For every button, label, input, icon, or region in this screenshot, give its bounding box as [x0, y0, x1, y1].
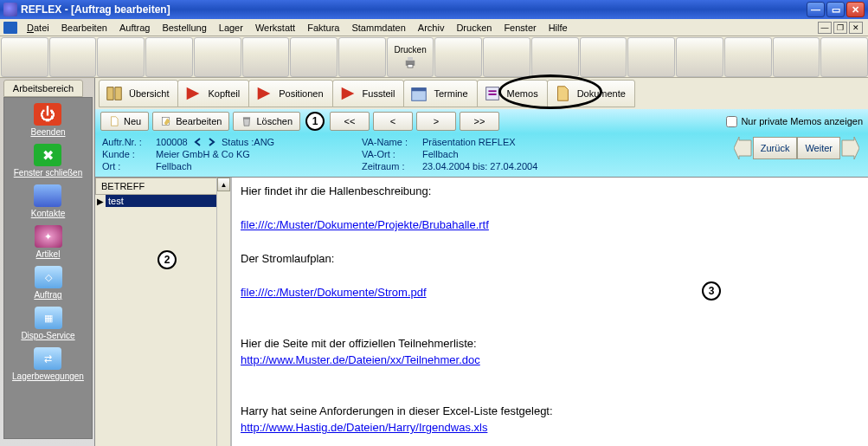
- tab-fussteil[interactable]: Fussteil: [332, 80, 405, 107]
- tab-kopfteil[interactable]: Kopfteil: [177, 80, 249, 107]
- menu-hilfe[interactable]: Hilfe: [543, 21, 574, 35]
- tab-uebersicht[interactable]: Übersicht: [99, 80, 178, 107]
- chevron-left-icon[interactable]: [193, 137, 203, 147]
- sidebar-tab[interactable]: Arbeitsbereich: [3, 80, 83, 97]
- menu-faktura[interactable]: Faktura: [301, 21, 345, 35]
- menu-archiv[interactable]: Archiv: [412, 21, 451, 35]
- toolbtn-18[interactable]: [820, 37, 868, 77]
- toolbtn-3[interactable]: [97, 37, 145, 77]
- toolbtn-16[interactable]: [724, 37, 772, 77]
- mdi-minimize[interactable]: —: [818, 22, 832, 34]
- toolbtn-15[interactable]: [676, 37, 723, 77]
- toolbtn-7[interactable]: [290, 37, 338, 77]
- memo-link-1[interactable]: file:///c:/Muster/Dokumente/Projekte/Bru…: [241, 218, 489, 231]
- last-button[interactable]: >>: [460, 112, 499, 131]
- toolbtn-4[interactable]: [145, 37, 193, 77]
- menu-fenster[interactable]: Fenster: [498, 21, 542, 35]
- doc-icon: [553, 84, 572, 103]
- toolbtn-6[interactable]: [242, 37, 290, 77]
- memo-line: Harry hat seine Anforderungen in dieser …: [241, 403, 859, 420]
- toolbtn-drucken[interactable]: Drucken: [387, 37, 434, 77]
- memo-link-2[interactable]: file:///c:/Muster/Dokumente/Strom.pdf: [241, 286, 427, 299]
- next-button[interactable]: >: [416, 112, 456, 131]
- memo-col-header[interactable]: BETREFF: [95, 178, 230, 195]
- memo-list: BETREFF ▶ test 2 ▲: [95, 178, 232, 446]
- maximize-button[interactable]: ▭: [826, 2, 845, 17]
- lager-icon: ⇄: [34, 347, 61, 370]
- sidebar-item-kontakte[interactable]: Kontakte: [31, 184, 65, 218]
- dispo-icon: ▦: [35, 307, 62, 329]
- memo-link-3[interactable]: http://www.Muster.de/Dateien/xx/Teilnehm…: [241, 353, 480, 366]
- auftrag-icon: ◇: [35, 266, 62, 288]
- toolbtn-14[interactable]: [627, 37, 675, 77]
- sidebar-item-auftrag[interactable]: ◇ Auftrag: [34, 266, 61, 300]
- bearbeiten-button[interactable]: Bearbeiten: [152, 112, 229, 131]
- memo-row-label: test: [106, 195, 230, 207]
- chevron-right-icon[interactable]: [206, 137, 216, 147]
- edit-icon: [160, 115, 172, 127]
- menu-lager[interactable]: Lager: [213, 21, 249, 35]
- tab-termine[interactable]: Termine: [403, 80, 477, 107]
- memo-link-4[interactable]: http://www.Hastig.de/Dateien/Harry/Irgen…: [241, 421, 487, 434]
- zurueck-button[interactable]: Zurück: [753, 137, 798, 159]
- memo-text[interactable]: Hier findet ihr die Hallenbeschreibung: …: [232, 178, 868, 446]
- toolbtn-8[interactable]: [338, 37, 386, 77]
- zeitraum-label: Zeitraum :: [362, 161, 422, 171]
- sidebar-item-beenden[interactable]: ⏻ Beenden: [30, 103, 65, 137]
- loeschen-button[interactable]: Löschen: [233, 112, 300, 131]
- toolbtn-10[interactable]: [434, 37, 482, 77]
- neu-button[interactable]: Neu: [100, 112, 149, 131]
- sidebar-item-lager[interactable]: ⇄ Lagerbewegungen: [12, 347, 84, 381]
- menu-bearbeiten[interactable]: Bearbeiten: [55, 21, 113, 35]
- tab-positionen[interactable]: Positionen: [248, 80, 332, 107]
- kunde-value: Meier GmbH & Co KG: [156, 149, 250, 159]
- svg-rect-9: [243, 117, 250, 119]
- toolbtn-11[interactable]: [483, 37, 530, 77]
- callout-2: 2: [158, 250, 177, 269]
- tab-dokumente[interactable]: Dokumente: [547, 80, 635, 107]
- toolbtn-17[interactable]: [773, 37, 820, 77]
- svg-rect-2: [408, 64, 413, 68]
- callout-1: 1: [305, 112, 325, 131]
- sidebar-item-fenster-schliessen[interactable]: ✖ Fenster schließen: [14, 144, 82, 178]
- menu-datei[interactable]: Datei: [21, 21, 55, 35]
- power-icon: ⏻: [34, 103, 61, 126]
- scroll-up-icon[interactable]: ▲: [217, 178, 230, 191]
- app-icon: [3, 3, 17, 16]
- tab-memos[interactable]: Memos: [477, 80, 548, 107]
- weiter-button[interactable]: Weiter: [797, 137, 840, 159]
- status-value: :ANG: [251, 137, 274, 147]
- toolbtn-5[interactable]: [194, 37, 241, 77]
- memo-list-scrollbar[interactable]: ▲: [216, 178, 230, 446]
- toolbtn-1[interactable]: [1, 37, 48, 77]
- mdi-restore[interactable]: ❐: [833, 22, 847, 34]
- memo-row-selected[interactable]: ▶ test: [95, 195, 230, 207]
- minimize-button[interactable]: —: [807, 2, 825, 17]
- app-menu-icon: [3, 22, 17, 34]
- auftrnr-value: 100008: [156, 137, 188, 147]
- svg-rect-1: [408, 57, 413, 61]
- toolbtn-13[interactable]: [580, 37, 627, 77]
- mdi-close[interactable]: ✕: [849, 22, 863, 34]
- prev-button[interactable]: <: [373, 112, 413, 131]
- menu-werkstatt[interactable]: Werkstatt: [249, 21, 301, 35]
- menu-bestellung[interactable]: Bestellung: [156, 21, 212, 35]
- menu-drucken[interactable]: Drucken: [450, 21, 498, 35]
- privat-memos-checkbox[interactable]: [726, 116, 737, 127]
- menu-stammdaten[interactable]: Stammdaten: [345, 21, 411, 35]
- close-button[interactable]: ✕: [846, 2, 865, 17]
- menu-auftrag[interactable]: Auftrag: [113, 21, 156, 35]
- vaname-label: VA-Name :: [362, 137, 422, 147]
- arrow-red-icon: [183, 84, 203, 103]
- arrow-red-icon: [338, 84, 357, 103]
- memo-line: Hier findet ihr die Hallenbeschreibung:: [241, 183, 859, 200]
- toolbtn-2[interactable]: [49, 37, 97, 77]
- first-button[interactable]: <<: [330, 112, 370, 131]
- contacts-icon: [34, 184, 61, 207]
- toolbtn-12[interactable]: [531, 37, 579, 77]
- privat-memos-label: Nur private Memos anzeigen: [741, 116, 863, 126]
- titlebar: REFLEX - [Auftrag bearbeiten] — ▭ ✕: [0, 0, 868, 19]
- arrow-left-icon: [734, 137, 753, 159]
- sidebar-item-artikel[interactable]: ✦ Artikel: [35, 225, 62, 259]
- sidebar-item-dispo[interactable]: ▦ Dispo-Service: [21, 307, 74, 340]
